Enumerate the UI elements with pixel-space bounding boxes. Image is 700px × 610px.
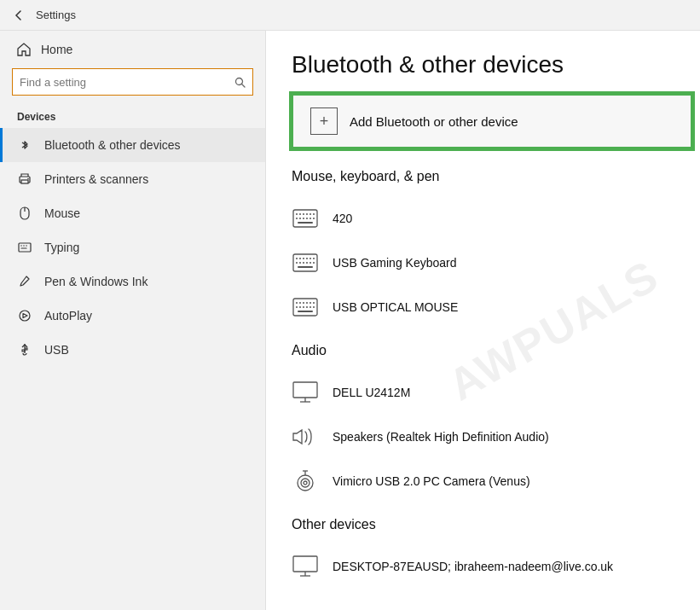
sidebar-item-label: USB: [44, 343, 69, 357]
svg-rect-67: [293, 556, 317, 572]
sidebar-item-label: Mouse: [44, 206, 80, 220]
search-input[interactable]: [20, 76, 234, 89]
sidebar: Home Devices Bluetoo: [0, 31, 266, 610]
sidebar-item-typing[interactable]: Typing: [0, 230, 265, 264]
typing-icon: [17, 240, 32, 255]
svg-rect-16: [26, 348, 27, 350]
add-device-button[interactable]: + Add Bluetooth or other device: [292, 94, 692, 148]
sidebar-item-bluetooth[interactable]: Bluetooth & other devices: [0, 128, 265, 162]
bluetooth-icon: [17, 137, 32, 153]
svg-point-11: [20, 311, 30, 321]
sidebar-item-label: Bluetooth & other devices: [44, 138, 181, 152]
device-item-speakers: Speakers (Realtek High Definition Audio): [292, 415, 674, 459]
content-wrapper: AWPUALS Bluetooth & other devices + Add …: [292, 51, 674, 589]
svg-rect-6: [19, 243, 31, 252]
home-icon: [17, 43, 31, 56]
autoplay-icon: [17, 308, 32, 323]
page-title: Bluetooth & other devices: [292, 51, 674, 78]
monitor-icon: [292, 379, 319, 406]
usb-icon: [17, 342, 32, 357]
device-name: USB Gaming Keyboard: [333, 256, 457, 270]
device-item-420: 420: [292, 196, 674, 241]
printer-icon: [17, 171, 32, 187]
content-area: AWPUALS Bluetooth & other devices + Add …: [266, 31, 700, 610]
device-item-usb-keyboard: USB Gaming Keyboard: [292, 241, 674, 285]
sidebar-item-usb[interactable]: USB: [0, 333, 265, 367]
svg-point-63: [301, 479, 310, 487]
device-name: Speakers (Realtek High Definition Audio): [333, 430, 549, 444]
device-item-camera: Vimicro USB 2.0 PC Camera (Venus): [292, 459, 674, 503]
search-icon: [234, 77, 246, 88]
title-bar: Settings: [0, 0, 700, 31]
keyboard-icon-3: [292, 293, 319, 321]
sidebar-item-mouse[interactable]: Mouse: [0, 196, 265, 230]
section-heading-mouse: Mouse, keyboard, & pen: [292, 169, 674, 184]
speaker-icon: [292, 423, 319, 450]
device-item-dell: DELL U2412M: [292, 370, 674, 415]
device-item-usb-mouse: USB OPTICAL MOUSE: [292, 285, 674, 329]
keyboard-icon-2: [292, 249, 319, 276]
sidebar-search: [0, 68, 265, 106]
sidebar-item-autoplay[interactable]: AutoPlay: [0, 299, 265, 333]
device-name: 420: [333, 212, 352, 225]
sidebar-item-pen[interactable]: Pen & Windows Ink: [0, 264, 265, 299]
sidebar-item-home[interactable]: Home: [0, 31, 265, 68]
sidebar-home-label: Home: [41, 43, 72, 56]
sidebar-item-label: Typing: [44, 241, 79, 254]
sidebar-item-label: AutoPlay: [44, 309, 92, 322]
desktop-icon: [292, 553, 319, 580]
mouse-icon: [17, 206, 32, 221]
app-body: Home Devices Bluetoo: [0, 31, 700, 610]
section-heading-other: Other devices: [292, 517, 674, 532]
title-bar-title: Settings: [36, 9, 76, 21]
svg-rect-59: [293, 382, 317, 398]
sidebar-item-label: Pen & Windows Ink: [44, 275, 148, 288]
sidebar-devices-heading: Devices: [0, 106, 265, 128]
pen-icon: [17, 274, 32, 289]
keyboard-icon: [292, 205, 319, 232]
svg-point-62: [298, 475, 313, 491]
device-name: DESKTOP-87EAUSD; ibraheem-nadeem@live.co…: [333, 560, 613, 573]
device-name: Vimicro USB 2.0 PC Camera (Venus): [333, 474, 530, 488]
add-device-label: Add Bluetooth or other device: [350, 114, 518, 129]
camera-icon: [292, 468, 319, 495]
section-heading-audio: Audio: [292, 343, 674, 358]
sidebar-item-printers[interactable]: Printers & scanners: [0, 162, 265, 196]
svg-rect-15: [22, 350, 25, 351]
device-item-desktop: DESKTOP-87EAUSD; ibraheem-nadeem@live.co…: [292, 544, 674, 589]
svg-point-64: [304, 481, 307, 485]
svg-line-1: [242, 84, 246, 87]
device-name: DELL U2412M: [333, 386, 410, 399]
sidebar-item-label: Printers & scanners: [44, 172, 148, 186]
device-name: USB OPTICAL MOUSE: [333, 300, 458, 314]
svg-rect-3: [21, 180, 28, 183]
search-box[interactable]: [12, 68, 253, 96]
svg-point-4: [27, 178, 29, 180]
plus-icon: +: [310, 107, 338, 135]
back-button[interactable]: [10, 7, 27, 24]
